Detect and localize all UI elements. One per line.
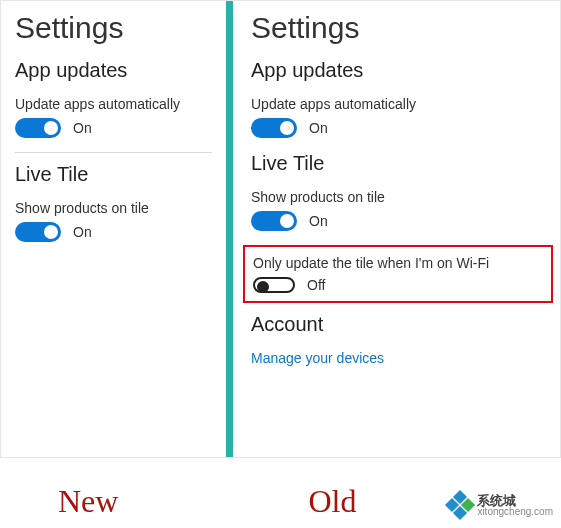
- page-title: Settings: [251, 11, 546, 45]
- show-products-label: Show products on tile: [251, 189, 546, 205]
- update-auto-row: On: [15, 118, 212, 138]
- update-auto-label: Update apps automatically: [251, 96, 546, 112]
- watermark: 系统城 xitongcheng.com: [447, 492, 553, 518]
- section-account-heading: Account: [251, 313, 546, 336]
- update-auto-row: On: [251, 118, 546, 138]
- wifi-only-highlight-box: Only update the tile when I'm on Wi-Fi O…: [243, 245, 553, 303]
- show-products-toggle[interactable]: [15, 222, 61, 242]
- wifi-only-label: Only update the tile when I'm on Wi-Fi: [253, 255, 543, 271]
- section-divider: [15, 152, 212, 153]
- show-products-row: On: [251, 211, 546, 231]
- update-auto-toggle[interactable]: [251, 118, 297, 138]
- watermark-text: 系统城 xitongcheng.com: [477, 494, 553, 517]
- section-app-updates-heading: App updates: [15, 59, 212, 82]
- vertical-divider: [226, 1, 233, 457]
- update-auto-toggle[interactable]: [15, 118, 61, 138]
- update-auto-state: On: [309, 120, 328, 136]
- section-app-updates-heading: App updates: [251, 59, 546, 82]
- watermark-logo-icon: [447, 492, 473, 518]
- update-auto-label: Update apps automatically: [15, 96, 212, 112]
- comparison-container: Settings App updates Update apps automat…: [0, 0, 561, 458]
- section-live-tile-heading: Live Tile: [251, 152, 546, 175]
- watermark-url: xitongcheng.com: [477, 507, 553, 517]
- show-products-toggle[interactable]: [251, 211, 297, 231]
- settings-panel-old: Settings App updates Update apps automat…: [233, 1, 560, 457]
- label-new: New: [58, 483, 118, 520]
- page-title: Settings: [15, 11, 212, 45]
- settings-panel-new: Settings App updates Update apps automat…: [1, 1, 226, 457]
- show-products-state: On: [73, 224, 92, 240]
- wifi-only-toggle[interactable]: [253, 277, 295, 293]
- wifi-only-row: Off: [253, 277, 543, 293]
- section-live-tile-heading: Live Tile: [15, 163, 212, 186]
- label-old: Old: [308, 483, 356, 520]
- wifi-only-state: Off: [307, 277, 325, 293]
- manage-devices-link[interactable]: Manage your devices: [251, 350, 546, 366]
- update-auto-state: On: [73, 120, 92, 136]
- show-products-state: On: [309, 213, 328, 229]
- watermark-name: 系统城: [477, 494, 553, 507]
- show-products-row: On: [15, 222, 212, 242]
- show-products-label: Show products on tile: [15, 200, 212, 216]
